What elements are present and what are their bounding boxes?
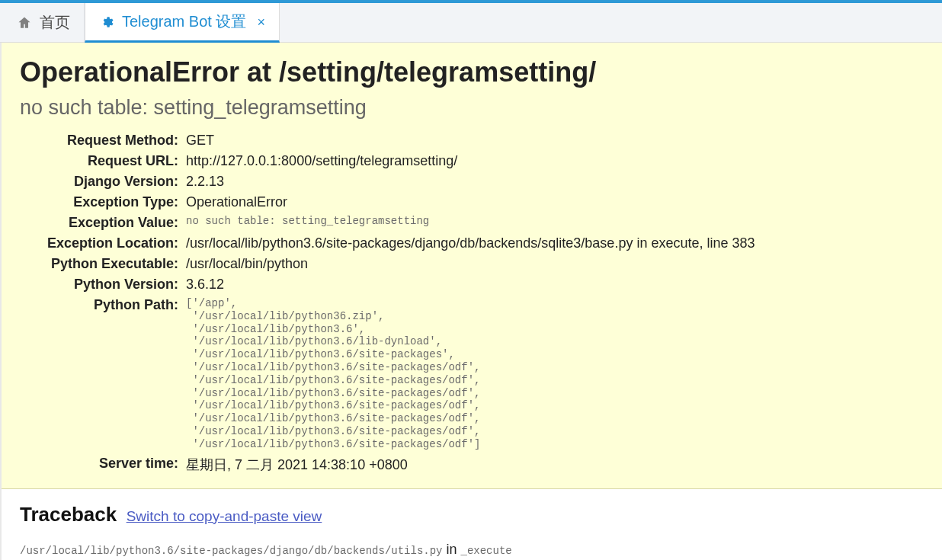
error-subtitle: no such table: setting_telegramsetting (20, 96, 924, 120)
value-python-version: 3.6.12 (186, 274, 755, 295)
row-exception-location: Exception Location: /usr/local/lib/pytho… (47, 233, 755, 254)
close-icon[interactable]: × (257, 15, 265, 29)
label-exception-value: Exception Value: (47, 213, 186, 233)
tab-home[interactable]: 首页 (3, 3, 85, 42)
row-python-executable: Python Executable: /usr/local/bin/python (47, 254, 755, 274)
traceback-path: /usr/local/lib/python3.6/site-packages/d… (20, 545, 443, 557)
label-exception-location: Exception Location: (47, 233, 186, 254)
tab-active-label: Telegram Bot 设置 (122, 11, 246, 32)
label-python-version: Python Version: (47, 274, 186, 295)
value-python-executable: /usr/local/bin/python (186, 254, 755, 274)
row-request-method: Request Method: GET (47, 130, 755, 151)
value-server-time: 星期日, 7 二月 2021 14:38:10 +0800 (186, 453, 755, 476)
label-python-executable: Python Executable: (47, 254, 186, 274)
row-django-version: Django Version: 2.2.13 (47, 171, 755, 192)
row-python-path: Python Path: ['/app', '/usr/local/lib/py… (47, 295, 755, 453)
label-python-path: Python Path: (47, 295, 186, 453)
value-exception-location: /usr/local/lib/python3.6/site-packages/d… (186, 233, 755, 254)
value-request-url: http://127.0.0.1:8000/setting/telegramse… (186, 151, 755, 171)
content-area: OperationalError at /setting/telegramset… (0, 43, 942, 560)
tab-home-label: 首页 (40, 12, 70, 33)
tab-bar: 首页 Telegram Bot 设置 × (0, 3, 942, 43)
gear-icon (99, 14, 114, 30)
tab-telegram-settings[interactable]: Telegram Bot 设置 × (85, 3, 280, 43)
traceback-heading: Traceback (20, 503, 117, 526)
value-django-version: 2.2.13 (186, 171, 755, 192)
label-request-url: Request URL: (47, 151, 186, 171)
value-exception-type: OperationalError (186, 192, 755, 213)
traceback-in-word: in (443, 542, 461, 557)
value-python-path: ['/app', '/usr/local/lib/python36.zip', … (186, 295, 755, 453)
value-exception-value: no such table: setting_telegramsetting (186, 213, 755, 233)
row-exception-type: Exception Type: OperationalError (47, 192, 755, 213)
label-request-method: Request Method: (47, 130, 186, 151)
error-summary: OperationalError at /setting/telegramset… (2, 43, 942, 489)
label-django-version: Django Version: (47, 171, 186, 192)
row-request-url: Request URL: http://127.0.0.1:8000/setti… (47, 151, 755, 171)
label-server-time: Server time: (47, 453, 186, 476)
switch-view-link[interactable]: Switch to copy-and-paste view (127, 508, 322, 524)
row-exception-value: Exception Value: no such table: setting_… (47, 213, 755, 233)
value-request-method: GET (186, 130, 755, 151)
traceback-entry: /usr/local/lib/python3.6/site-packages/d… (20, 542, 924, 558)
home-icon (17, 15, 32, 30)
traceback-fn: _execute (461, 545, 512, 557)
row-server-time: Server time: 星期日, 7 二月 2021 14:38:10 +08… (47, 453, 755, 476)
label-exception-type: Exception Type: (47, 192, 186, 213)
traceback-section: Traceback Switch to copy-and-paste view … (2, 489, 942, 558)
error-title: OperationalError at /setting/telegramset… (20, 56, 924, 88)
row-python-version: Python Version: 3.6.12 (47, 274, 755, 295)
request-meta-table: Request Method: GET Request URL: http://… (47, 130, 755, 476)
